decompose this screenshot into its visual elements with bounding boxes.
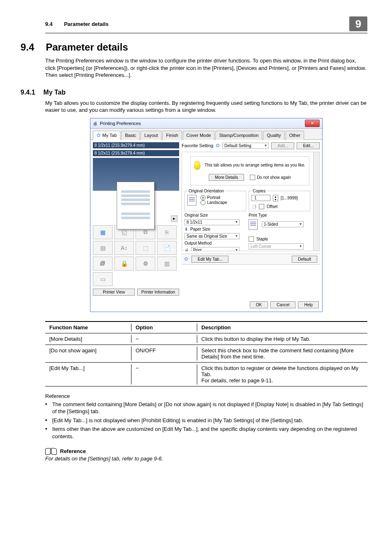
icon-7[interactable]: ⬚ — [136, 241, 155, 255]
cancel-button[interactable]: Cancel — [270, 301, 295, 308]
book-icon — [45, 447, 57, 455]
cross-reference-text: For details on the [Settings] tab, refer… — [45, 456, 367, 462]
running-header: 9.4 Parameter details 9 — [45, 16, 367, 33]
cell-desc: Select this check box to hide the commen… — [197, 345, 367, 362]
favorite-add-button[interactable]: Add... — [271, 142, 294, 149]
section-title: Parameter details — [46, 42, 128, 53]
th-function: Function Name — [45, 321, 131, 333]
star-icon: ✿ — [216, 143, 220, 148]
staple-label: Staple — [256, 237, 268, 241]
reference-subhead: Reference — [45, 393, 367, 399]
copies-step-down[interactable]: ▼ — [273, 198, 278, 201]
tab-label: My Tab — [102, 133, 117, 138]
subsection-title: My Tab — [44, 89, 66, 96]
orientation-thumb-icon — [187, 195, 196, 206]
favorite-label: Favorite Setting — [182, 143, 213, 148]
orig-size-select[interactable]: 8 1/2x11 — [184, 219, 240, 225]
section-intro: The Printing Preferences window is the w… — [45, 57, 367, 79]
icon-4[interactable]: ⎘ — [157, 225, 177, 239]
page-preview: ▸ — [93, 158, 179, 224]
tab-cover[interactable]: Cover Mode — [183, 131, 215, 140]
tray-icon[interactable]: ▦ — [93, 225, 113, 239]
copies-step-up[interactable]: ▲ — [273, 195, 278, 198]
orientation-group: Original Orientation Portrait Landscape — [184, 189, 246, 211]
cross-reference-heading: Reference — [45, 447, 367, 455]
orientation-landscape[interactable]: Landscape — [201, 200, 227, 205]
section-heading: 9.4Parameter details — [21, 42, 367, 53]
output-method-select[interactable]: Print — [191, 247, 240, 251]
print-type-select[interactable]: 1-Sided — [262, 221, 304, 227]
dont-show-checkbox[interactable] — [250, 175, 255, 180]
help-button[interactable]: Help — [298, 301, 319, 308]
printer-info-button[interactable]: Printer Information — [137, 289, 179, 296]
list-item: Items other than the above are customize… — [45, 426, 367, 440]
table-row: [More Details] − Click this button to di… — [45, 333, 367, 345]
output-icon: 🖨 — [184, 248, 189, 251]
dims-original: 8 1/2x11 (215.9x279.4 mm) — [93, 142, 179, 148]
cross-ref-label: Reference — [60, 448, 86, 454]
dialog-titlebar: 🖨 Printing Preferences ✕ — [90, 118, 322, 129]
icon-12[interactable]: ▥ — [157, 257, 177, 271]
th-option: Option — [131, 321, 197, 333]
printer-icon: 🖨 — [93, 121, 97, 126]
tab-basic[interactable]: Basic — [121, 131, 140, 140]
icon-8[interactable]: 📄 — [157, 241, 177, 255]
edit-my-tab-button[interactable]: Edit My Tab... — [191, 256, 228, 263]
tab-finish[interactable]: Finish — [162, 131, 182, 140]
dialog-title: Printing Preferences — [100, 121, 141, 126]
cell-desc: Click this button to display the Help of… — [197, 333, 367, 345]
paper-size-label: Paper Size — [190, 227, 210, 231]
copies-input[interactable]: 1 — [251, 195, 270, 201]
cell-opt: − — [131, 362, 197, 386]
offset-checkbox[interactable] — [259, 204, 264, 209]
copies-legend: Copies — [251, 189, 267, 193]
cell-fn: [More Details] — [45, 333, 131, 345]
subsection-heading: 9.4.1My Tab — [21, 89, 367, 96]
favorite-edit-button[interactable]: Edit... — [297, 142, 320, 149]
cell-fn: [Edit My Tab...] — [45, 362, 131, 386]
ok-button[interactable]: OK — [250, 301, 268, 308]
list-item: [Edit My Tab...] is not displayed when [… — [45, 417, 367, 424]
dialog-footer: OK Cancel Help — [90, 298, 322, 312]
staple-select[interactable]: Left Corner — [249, 243, 304, 250]
pane-scrollbar[interactable] — [313, 152, 319, 251]
preview-sheet — [117, 182, 154, 229]
header-title: Parameter details — [64, 21, 108, 27]
printer-view-button[interactable]: Printer View — [93, 289, 135, 296]
default-button[interactable]: Default — [292, 256, 317, 263]
tab-layout[interactable]: Layout — [141, 131, 161, 140]
orig-size-label: Original Size — [184, 213, 225, 217]
tab-other[interactable]: Other — [286, 131, 304, 140]
offset-label: Offset — [267, 204, 278, 209]
tab-my-tab[interactable]: ✿My Tab — [93, 131, 120, 140]
more-details-button[interactable]: More Details — [209, 174, 244, 181]
icon-10[interactable]: 🔒 — [114, 257, 134, 271]
icon-6[interactable]: A↕ — [114, 241, 134, 255]
icon-13[interactable]: ▭ — [93, 272, 113, 286]
icon-5[interactable]: ▤ — [93, 241, 113, 255]
dims-output: 8 1/2x11 (215.9x279.4 mm) — [93, 150, 179, 156]
section-num: 9.4 — [21, 42, 34, 53]
spec-table: Function Name Option Description [More D… — [45, 321, 367, 386]
tab-quality[interactable]: Quality — [263, 131, 284, 140]
tip-text: This tab allows you to arrange setting i… — [205, 163, 305, 167]
radio-label: Landscape — [207, 200, 227, 205]
cell-opt: − — [131, 333, 197, 345]
icon-11[interactable]: ⚙ — [136, 257, 155, 271]
subsection-num: 9.4.1 — [21, 89, 35, 96]
radio-label: Portrait — [207, 195, 220, 200]
preview-icon-row-2: ▤ A↕ ⬚ 📄 — [93, 241, 179, 255]
output-method-label: Output Method — [184, 241, 225, 245]
header-secnum: 9.4 — [45, 21, 53, 27]
tab-stamp[interactable]: Stamp/Composition — [215, 131, 262, 140]
icon-9[interactable]: 🗊 — [93, 257, 113, 271]
copies-range: [1...9999] — [281, 196, 298, 200]
staple-checkbox[interactable] — [249, 236, 254, 242]
dialog-tabs: ✿My Tab Basic Layout Finish Cover Mode S… — [90, 129, 322, 140]
favorite-select[interactable]: Default Setting — [222, 143, 269, 149]
orientation-portrait[interactable]: Portrait — [201, 195, 227, 200]
close-button[interactable]: ✕ — [305, 120, 320, 127]
preview-scroll-icon[interactable]: ▸ — [171, 215, 178, 222]
copies-group: Copies 1 ▲ ▼ [1...9999] 📑 — [249, 189, 310, 211]
paper-size-select[interactable]: Same as Original Size — [184, 233, 240, 239]
